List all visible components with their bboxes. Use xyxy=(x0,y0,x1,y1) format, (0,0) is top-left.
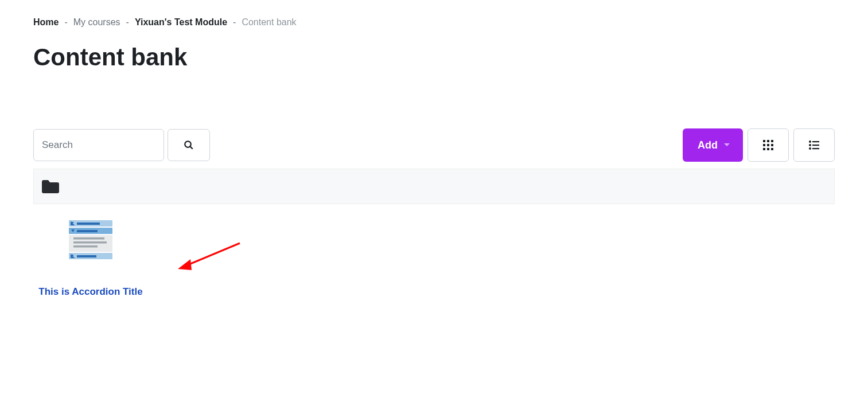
svg-marker-28 xyxy=(178,259,192,270)
svg-rect-2 xyxy=(763,140,765,142)
breadcrumb-home[interactable]: Home xyxy=(33,17,59,28)
svg-point-15 xyxy=(809,147,811,150)
content-grid: This is Accordion Title xyxy=(33,220,835,302)
toolbar: Add xyxy=(33,128,835,162)
svg-line-1 xyxy=(190,147,193,149)
search-icon xyxy=(184,140,194,150)
page-title: Content bank xyxy=(33,44,835,71)
svg-rect-26 xyxy=(77,255,96,257)
svg-rect-5 xyxy=(763,144,765,146)
breadcrumb-sep: - xyxy=(233,17,236,28)
svg-rect-9 xyxy=(767,148,769,150)
content-item[interactable]: This is Accordion Title xyxy=(33,220,148,302)
folder-icon[interactable] xyxy=(42,179,826,193)
add-button[interactable]: Add xyxy=(683,128,743,162)
svg-rect-12 xyxy=(812,141,819,142)
svg-rect-3 xyxy=(767,140,769,142)
svg-rect-8 xyxy=(763,148,765,150)
breadcrumb-module[interactable]: Yixuan's Test Module xyxy=(135,17,227,28)
svg-point-11 xyxy=(809,140,811,143)
svg-line-27 xyxy=(184,243,240,267)
grid-view-button[interactable] xyxy=(748,128,789,162)
svg-rect-18 xyxy=(77,223,100,225)
breadcrumb-current: Content bank xyxy=(242,17,296,28)
svg-rect-7 xyxy=(771,144,773,146)
list-icon xyxy=(809,140,819,150)
svg-rect-14 xyxy=(812,145,819,146)
svg-rect-22 xyxy=(73,237,104,240)
search-button[interactable] xyxy=(168,129,210,161)
caret-down-icon xyxy=(723,143,730,147)
svg-rect-4 xyxy=(771,140,773,142)
svg-rect-24 xyxy=(73,245,98,248)
svg-rect-16 xyxy=(812,148,819,149)
accordion-icon xyxy=(50,220,131,260)
svg-point-0 xyxy=(185,141,191,147)
add-button-label: Add xyxy=(698,139,718,151)
svg-rect-10 xyxy=(771,148,773,150)
breadcrumb-mycourses[interactable]: My courses xyxy=(73,17,120,28)
folder-path-bar xyxy=(33,169,835,204)
annotation-arrow xyxy=(177,240,246,275)
breadcrumb: Home - My courses - Yixuan's Test Module… xyxy=(33,17,835,28)
breadcrumb-sep: - xyxy=(126,17,129,28)
search-input[interactable] xyxy=(33,129,164,161)
list-view-button[interactable] xyxy=(793,128,835,162)
svg-point-13 xyxy=(809,144,811,146)
svg-rect-6 xyxy=(767,144,769,146)
svg-rect-20 xyxy=(77,230,98,232)
svg-rect-23 xyxy=(73,241,107,244)
content-item-title: This is Accordion Title xyxy=(33,281,148,302)
breadcrumb-sep: - xyxy=(64,17,67,28)
grid-icon xyxy=(763,140,773,150)
